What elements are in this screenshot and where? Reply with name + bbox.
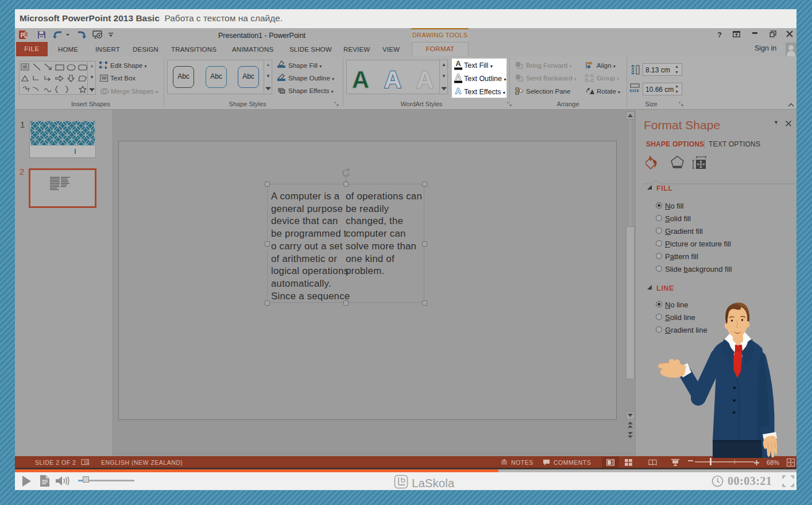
svg-text:A: A: [416, 66, 434, 93]
svg-text:A: A: [25, 64, 27, 67]
svg-text:A: A: [455, 59, 461, 68]
svg-text:A: A: [352, 66, 369, 93]
svg-text:P: P: [21, 32, 25, 38]
svg-text:A: A: [455, 87, 461, 95]
svg-text:A: A: [455, 72, 461, 81]
svg-text:A: A: [104, 75, 107, 79]
svg-text:A: A: [384, 66, 401, 93]
